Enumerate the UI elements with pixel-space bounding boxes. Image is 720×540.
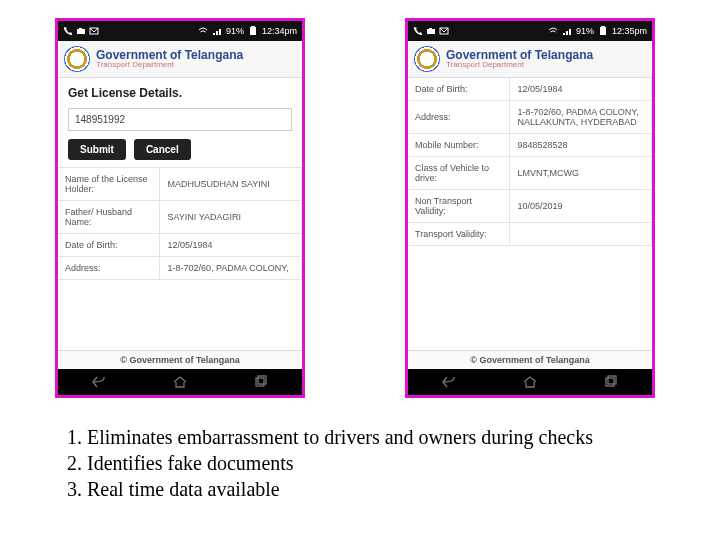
android-navbar (58, 369, 302, 395)
license-number-input[interactable]: 148951992 (68, 108, 292, 131)
list-item: Identifies fake documents (87, 450, 593, 476)
recents-icon[interactable] (253, 375, 269, 389)
home-icon[interactable] (522, 375, 538, 389)
row-label: Non Transport Validity: (408, 189, 510, 223)
row-value: 10/05/2019 (509, 189, 652, 223)
svg-rect-10 (600, 27, 606, 35)
mail-icon (439, 26, 449, 36)
row-value: LMVNT,MCWG (509, 156, 652, 190)
svg-rect-4 (251, 26, 255, 27)
row-label: Address: (408, 100, 510, 134)
feature-list: Eliminates embarrassment to drivers and … (65, 424, 593, 502)
home-icon[interactable] (172, 375, 188, 389)
content-area: Date of Birth: 12/05/1984 Address: 1-8-7… (408, 78, 652, 350)
wifi-icon (198, 26, 208, 36)
submit-button[interactable]: Submit (68, 139, 126, 160)
row-label: Date of Birth: (408, 78, 510, 101)
phone-icon (413, 26, 423, 36)
row-label: Address: (58, 256, 160, 280)
svg-rect-3 (250, 27, 256, 35)
list-item: Eliminates embarrassment to drivers and … (87, 424, 593, 450)
row-label: Father/ Husband Name: (58, 200, 160, 234)
battery-icon (248, 26, 258, 36)
app-footer: © Government of Telangana (408, 350, 652, 369)
row-value: MADHUSUDHAN SAYINI (159, 167, 302, 201)
wifi-icon (548, 26, 558, 36)
svg-rect-13 (608, 376, 616, 384)
phone-right: 91% 12:35pm Government of Telangana Tran… (405, 18, 655, 398)
svg-rect-12 (606, 378, 614, 386)
battery-icon (598, 26, 608, 36)
mail-icon (89, 26, 99, 36)
android-navbar (408, 369, 652, 395)
recents-icon[interactable] (603, 375, 619, 389)
battery-pct: 91% (576, 26, 594, 36)
details-table: Name of the License Holder: MADHUSUDHAN … (58, 168, 302, 280)
phone-icon (63, 26, 73, 36)
row-value: 1-8-702/60, PADMA COLONY, (159, 256, 302, 280)
signal-icon (562, 26, 572, 36)
list-item: Real time data available (87, 476, 593, 502)
battery-pct: 91% (226, 26, 244, 36)
svg-rect-5 (256, 378, 264, 386)
phone-left: 91% 12:34pm Government of Telangana Tran… (55, 18, 305, 398)
camera-icon (426, 26, 436, 36)
clock-time: 12:34pm (262, 26, 297, 36)
back-icon[interactable] (91, 375, 107, 389)
row-label: Mobile Number: (408, 133, 510, 157)
state-emblem-icon (414, 46, 440, 72)
row-value: SAYINI YADAGIRI (159, 200, 302, 234)
clock-time: 12:35pm (612, 26, 647, 36)
row-value: 9848528528 (509, 133, 652, 157)
row-label: Name of the License Holder: (58, 167, 160, 201)
svg-rect-6 (258, 376, 266, 384)
row-value: 1-8-702/60, PADMA COLONY, NALLAKUNTA, HY… (509, 100, 652, 134)
row-label: Transport Validity: (408, 222, 510, 246)
svg-rect-11 (601, 26, 605, 27)
dept-subtitle: Transport Department (446, 61, 593, 69)
app-header: Government of Telangana Transport Depart… (58, 41, 302, 78)
signal-icon (212, 26, 222, 36)
back-icon[interactable] (441, 375, 457, 389)
svg-rect-8 (429, 28, 432, 30)
app-header: Government of Telangana Transport Depart… (408, 41, 652, 78)
page-title: Get License Details. (58, 78, 302, 106)
row-value: 12/05/1984 (509, 78, 652, 101)
dept-subtitle: Transport Department (96, 61, 243, 69)
state-emblem-icon (64, 46, 90, 72)
status-bar: 91% 12:34pm (58, 21, 302, 41)
content-area: Get License Details. 148951992 Submit Ca… (58, 78, 302, 350)
status-bar: 91% 12:35pm (408, 21, 652, 41)
row-label: Date of Birth: (58, 233, 160, 257)
details-table: Date of Birth: 12/05/1984 Address: 1-8-7… (408, 78, 652, 246)
svg-rect-1 (79, 28, 82, 30)
row-label: Class of Vehicle to drive: (408, 156, 510, 190)
camera-icon (76, 26, 86, 36)
row-value (509, 222, 652, 246)
cancel-button[interactable]: Cancel (134, 139, 191, 160)
row-value: 12/05/1984 (159, 233, 302, 257)
app-footer: © Government of Telangana (58, 350, 302, 369)
